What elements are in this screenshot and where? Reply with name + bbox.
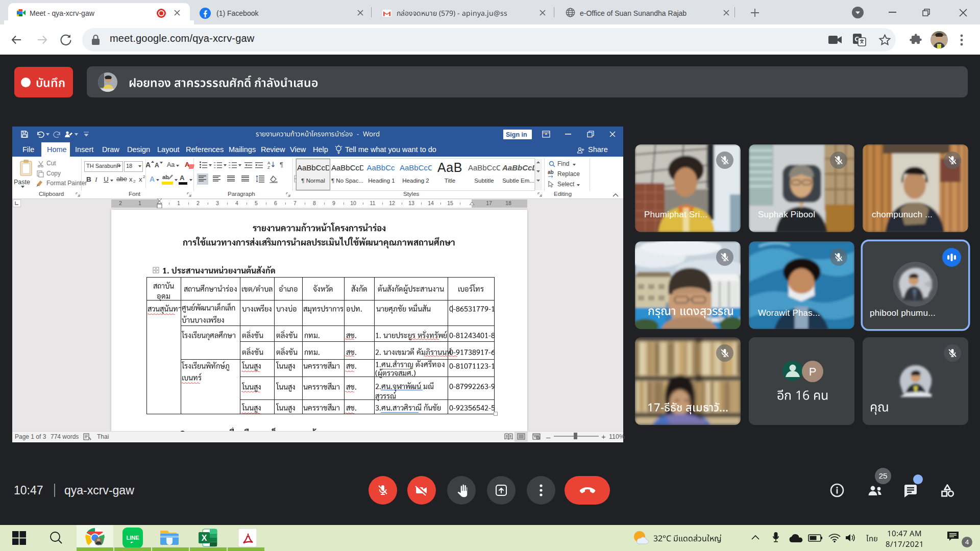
svg-text:LINE: LINE [126,535,139,541]
svg-text:Z: Z [267,165,270,169]
svg-text:X: X [202,534,207,542]
svg-text:P: P [809,365,817,378]
svg-text:A: A [267,161,271,165]
